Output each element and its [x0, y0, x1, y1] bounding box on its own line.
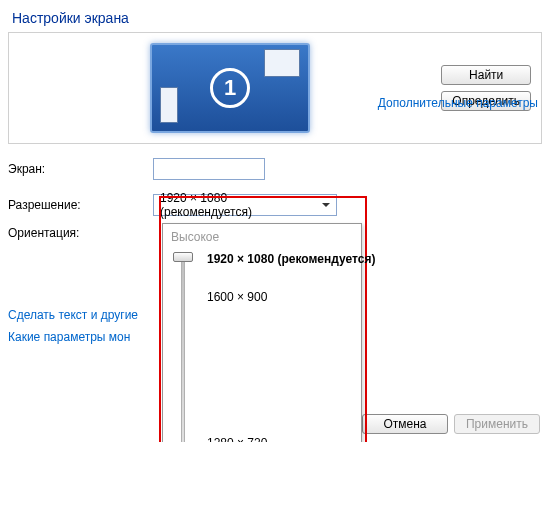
page-title: Настройки экрана [12, 10, 542, 26]
find-button[interactable]: Найти [441, 65, 531, 85]
orientation-label: Ориентация: [8, 226, 153, 240]
resolution-label: Разрешение: [8, 198, 153, 212]
monitor-panel: 1 Найти Определить [8, 32, 542, 144]
resolution-option[interactable]: 1280 × 720 [207, 436, 267, 442]
resolution-value: 1920 × 1080 (рекомендуется) [160, 191, 318, 219]
preview-window-icon [264, 49, 300, 77]
high-label: Высокое [171, 230, 353, 244]
resolution-slider-thumb[interactable] [173, 252, 193, 262]
monitor-number-badge: 1 [210, 68, 250, 108]
screen-input[interactable] [153, 158, 265, 180]
screen-label: Экран: [8, 162, 153, 176]
resolution-option[interactable]: 1920 × 1080 (рекомендуется) [207, 252, 375, 266]
chevron-down-icon [318, 197, 334, 213]
monitor-preview[interactable]: 1 [150, 43, 310, 133]
resolution-dropdown-panel[interactable]: Высокое 1920 × 1080 (рекомендуется) 1600… [162, 223, 362, 442]
advanced-settings-link[interactable]: Дополнительные параметры [378, 96, 538, 110]
resolution-combobox[interactable]: 1920 × 1080 (рекомендуется) [153, 194, 337, 216]
apply-button: Применить [454, 414, 540, 434]
cancel-button[interactable]: Отмена [362, 414, 448, 434]
preview-window-icon [160, 87, 178, 123]
resolution-option[interactable]: 1600 × 900 [207, 290, 267, 304]
resolution-slider-track[interactable] [181, 258, 185, 442]
